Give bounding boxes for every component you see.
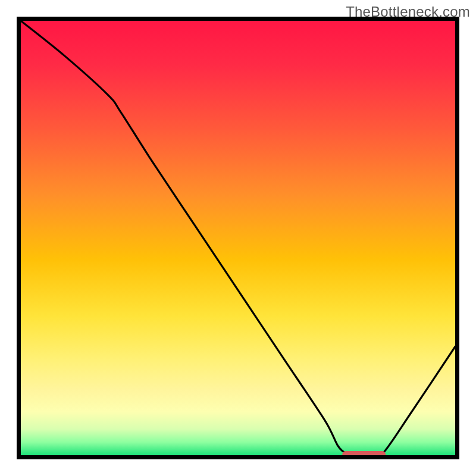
watermark-text: TheBottleneck.com: [346, 4, 470, 20]
plot-svg: [21, 21, 455, 455]
chart-root: TheBottleneck.com: [0, 0, 476, 476]
optimum-marker: [342, 451, 386, 455]
bottleneck-curve: [21, 21, 455, 455]
